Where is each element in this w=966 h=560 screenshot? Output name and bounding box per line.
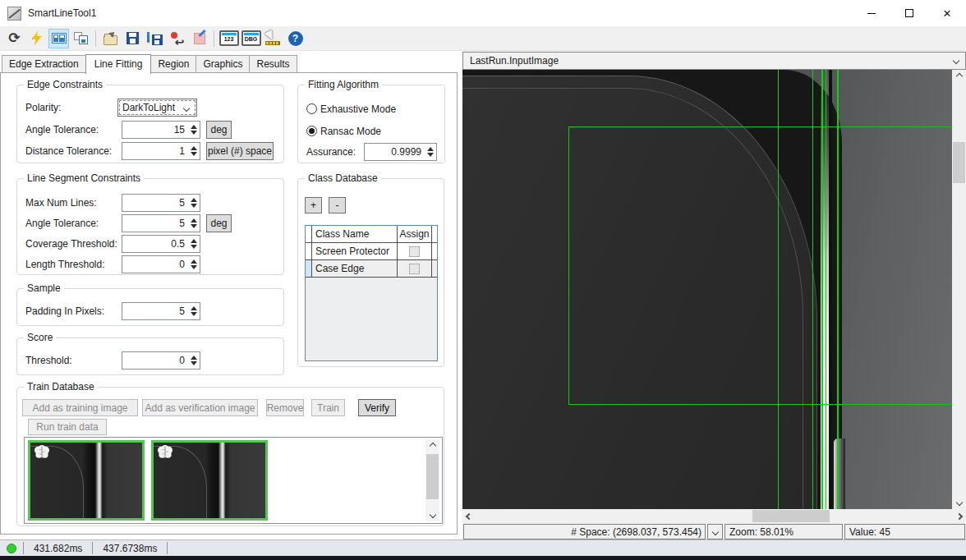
assign-checkbox[interactable]: [409, 246, 420, 257]
col-assign[interactable]: Assign: [398, 226, 432, 242]
display-source-dropdown[interactable]: LastRun.InputImage: [462, 52, 966, 70]
tab-edge-extraction[interactable]: Edge Extraction: [2, 55, 86, 72]
space-dropdown-button[interactable]: [707, 524, 723, 539]
spinner-buttons[interactable]: [187, 352, 200, 369]
verify-button[interactable]: Verify: [358, 399, 396, 416]
remove-class-button[interactable]: -: [329, 197, 346, 213]
settings-panel: Edge Extraction Line Fitting Region Grap…: [0, 51, 462, 539]
number-display-button[interactable]: 123: [218, 29, 239, 48]
run-loop-icon[interactable]: ⟳: [4, 29, 25, 48]
thumbnail-scrollbar[interactable]: [426, 439, 439, 521]
max-num-lines-label: Max Num Lines:: [25, 194, 97, 212]
spinner-buttons[interactable]: [187, 122, 200, 138]
spinner-buttons[interactable]: [187, 195, 200, 211]
minimize-button[interactable]: [853, 0, 890, 26]
spinner-buttons[interactable]: [187, 143, 200, 159]
angle-tolerance-label: Angle Tolerance:: [25, 214, 99, 232]
run-train-data-button[interactable]: Run train data: [28, 419, 107, 435]
train-image-list[interactable]: [24, 437, 443, 524]
spinner-buttons[interactable]: [187, 256, 200, 273]
tabstrip: Edge Extraction Line Fitting Region Grap…: [2, 53, 458, 72]
fitted-line-overlay: [778, 70, 779, 509]
length-threshold-input[interactable]: 0: [122, 255, 200, 273]
horizontal-scrollbar[interactable]: [462, 509, 966, 523]
scrollbar-thumb[interactable]: [426, 454, 439, 499]
padding-in-pixels-input[interactable]: 5: [122, 302, 200, 320]
scroll-down-arrow[interactable]: [952, 496, 966, 509]
angle-tolerance-input[interactable]: 5: [122, 214, 200, 232]
add-class-button[interactable]: +: [305, 197, 322, 213]
scrollbar-thumb[interactable]: [752, 510, 830, 522]
spinner-buttons[interactable]: [187, 236, 200, 252]
float-windows-icon[interactable]: [71, 29, 91, 48]
save-icon[interactable]: [122, 29, 143, 48]
assurance-input[interactable]: 0.9999: [364, 143, 437, 161]
scroll-left-arrow[interactable]: [462, 509, 476, 523]
remove-button[interactable]: Remove: [266, 399, 304, 416]
add-verification-image-button[interactable]: Add as verification image: [142, 399, 258, 416]
window-bottom-border: [0, 556, 966, 560]
exhaustive-mode-radio[interactable]: [306, 103, 317, 114]
toolbar-separator: [214, 30, 214, 47]
maximize-button[interactable]: [890, 0, 928, 26]
show-panels-icon[interactable]: [48, 29, 69, 48]
table-row[interactable]: Case Edge: [306, 260, 437, 278]
line-segment-constraints-group: Line Segment Constraints Max Num Lines: …: [16, 178, 284, 275]
scroll-right-arrow[interactable]: [953, 509, 966, 523]
sample-group: Sample Padding In Pixels: 5: [16, 288, 284, 326]
assign-checkbox[interactable]: [409, 264, 420, 274]
debug-display-button[interactable]: DBG: [241, 29, 261, 48]
spinner-buttons[interactable]: [424, 144, 436, 160]
app-window: SmartLineTool1 ✕ ⟳ ↩ 123 DBG ? Edge Extr…: [0, 0, 966, 560]
length-threshold-label: Length Threshold:: [25, 255, 105, 273]
tab-graphics[interactable]: Graphics: [196, 55, 250, 72]
save-with-run-icon[interactable]: [145, 29, 165, 48]
max-num-lines-input[interactable]: 5: [122, 194, 200, 212]
brain-icon: [33, 445, 51, 460]
coverage-threshold-input[interactable]: 0.5: [122, 235, 200, 253]
scrollbar-thumb[interactable]: [953, 142, 965, 183]
group-title: Score: [24, 332, 56, 343]
toolbar-separator: [95, 30, 96, 47]
distance-tolerance-input[interactable]: 1: [122, 142, 200, 160]
add-training-image-button[interactable]: Add as training image: [22, 399, 138, 416]
vertical-scrollbar[interactable]: [952, 70, 966, 509]
edit-region-icon[interactable]: [189, 29, 209, 48]
roi-rectangle-overlay: [568, 126, 952, 405]
class-name-cell: Case Edge: [312, 260, 398, 277]
spinner-buttons[interactable]: [187, 215, 200, 232]
tab-results[interactable]: Results: [249, 55, 297, 72]
measure-icon[interactable]: [263, 29, 283, 48]
scroll-down-arrow[interactable]: [426, 508, 439, 521]
tab-region[interactable]: Region: [150, 55, 196, 72]
polarity-dropdown[interactable]: DarkToLight: [117, 99, 197, 117]
scroll-up-arrow[interactable]: [952, 70, 966, 83]
image-viewport[interactable]: [462, 70, 952, 509]
scroll-up-arrow[interactable]: [426, 439, 439, 452]
angle-unit-button[interactable]: deg: [206, 214, 232, 232]
close-button[interactable]: ✕: [928, 0, 966, 26]
train-button[interactable]: Train: [311, 399, 345, 416]
score-threshold-input[interactable]: 0: [122, 351, 200, 370]
help-icon[interactable]: ?: [285, 29, 306, 48]
score-threshold-label: Threshold:: [25, 351, 72, 370]
angle-unit-button[interactable]: deg: [206, 121, 232, 139]
record-revert-icon[interactable]: ↩: [167, 29, 187, 48]
train-thumbnail[interactable]: [28, 440, 145, 521]
col-class-name[interactable]: Class Name: [312, 226, 398, 242]
class-name-cell: Screen Protector: [312, 243, 398, 259]
distance-unit-button[interactable]: pixel (#) space: [206, 142, 274, 160]
run-once-icon[interactable]: [26, 29, 47, 48]
open-file-icon[interactable]: [100, 29, 121, 48]
tab-content: Edge Constraints Polarity: DarkToLight A…: [0, 72, 458, 535]
train-thumbnail[interactable]: [151, 440, 268, 521]
table-row[interactable]: Screen Protector: [306, 243, 437, 260]
distance-tolerance-label: Distance Tolerance:: [25, 142, 112, 160]
group-title: Edge Constraints: [24, 79, 106, 90]
angle-tolerance-input[interactable]: 15: [122, 121, 200, 139]
fitting-algorithm-group: Fitting Algorithm Exhaustive Mode Ransac…: [297, 85, 445, 163]
tab-line-fitting[interactable]: Line Fitting: [85, 54, 152, 74]
ransac-mode-radio[interactable]: [306, 126, 317, 136]
score-group: Score Threshold: 0: [16, 337, 284, 375]
spinner-buttons[interactable]: [187, 303, 200, 319]
